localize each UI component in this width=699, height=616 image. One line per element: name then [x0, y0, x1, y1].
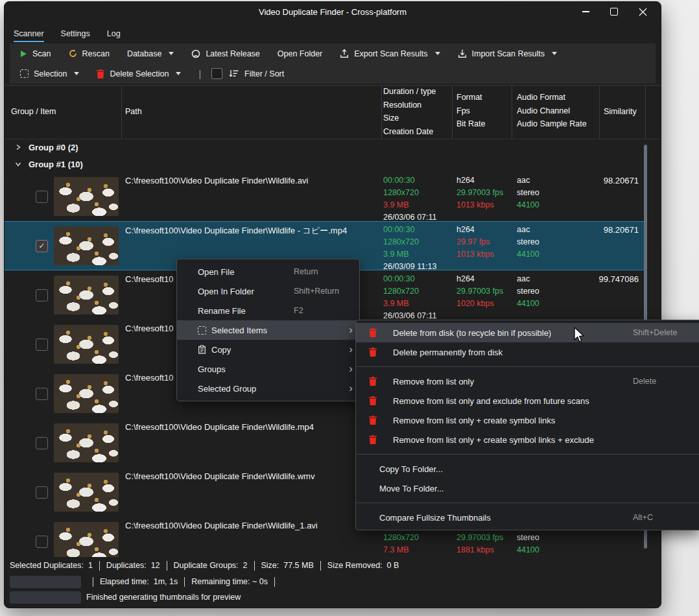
column-header-group-item[interactable]: Group / Item	[11, 107, 56, 121]
table-row[interactable]: C:\freesoft100\Video Duplicate Finder\Wi…	[5, 172, 661, 221]
row-checkbox[interactable]	[36, 486, 48, 499]
audio-info-line: stereo	[517, 188, 539, 200]
media-info-line: 00:00:30	[383, 274, 436, 287]
row-checkbox[interactable]	[36, 536, 48, 548]
menu-item-label: Delete from disk (to recycle bin if poss…	[393, 328, 551, 338]
row-checkbox[interactable]	[36, 191, 48, 203]
row-checkbox[interactable]	[36, 289, 48, 302]
column-header-media[interactable]: Duration / typeResolutionSizeCreation Da…	[383, 87, 436, 140]
audio-info-line: aac	[517, 176, 539, 188]
group-label: Group #1 (10)	[29, 160, 83, 169]
close-icon	[639, 8, 647, 16]
row-checkbox[interactable]	[36, 388, 48, 400]
column-header-path[interactable]: Path	[125, 107, 142, 121]
menu-item-delete-permanently-from-disk[interactable]: Delete permanently from disk	[356, 342, 699, 362]
video-info-cell: h26429.97 fps1013 kbps	[456, 225, 494, 262]
menu-item-open-in-folder[interactable]: Open In FolderShift+Return	[177, 281, 359, 301]
menubar-item-log[interactable]: Log	[107, 29, 121, 42]
column-header-audio[interactable]: Audio FormatAudio ChannelAudio Sample Ra…	[517, 93, 587, 133]
media-info-cell: 00:00:301280x7203.9 MB26/03/06 07:11	[383, 274, 436, 324]
menu-item-remove-from-list-only-create-symbol-links-exclude[interactable]: Remove from list only + create symbol li…	[356, 430, 699, 449]
menu-item-move-to-folder[interactable]: Move To Folder...	[356, 479, 699, 498]
mouse-cursor	[573, 326, 587, 346]
menu-item-rename-file[interactable]: Rename FileF2	[177, 301, 359, 320]
menu-item-selected-group[interactable]: Selected Group›	[177, 379, 359, 398]
trash-icon	[97, 69, 104, 78]
chevron-down-icon	[552, 52, 557, 55]
file-path: C:\freesoft100\Video Duplicate Finder\Wi…	[125, 422, 314, 432]
menubar-item-scanner[interactable]: Scanner	[14, 29, 44, 42]
menu-item-label: Move To Folder...	[379, 484, 444, 493]
column-header-line: Audio Channel	[517, 106, 587, 120]
menubar-item-settings[interactable]: Settings	[61, 29, 90, 42]
export-icon	[340, 49, 349, 58]
toolbar-button-label: Latest Release	[206, 49, 259, 58]
file-path: C:\freesoft10	[125, 274, 173, 284]
file-path: C:\freesoft10	[125, 324, 173, 333]
trash-icon	[369, 435, 377, 444]
maximize-button[interactable]	[600, 2, 628, 21]
menu-item-groups[interactable]: Groups›	[177, 359, 359, 379]
menu-item-label: Groups	[198, 364, 226, 374]
toolbar-button-latest-release[interactable]: Latest Release	[191, 49, 259, 58]
trash-icon	[369, 377, 377, 386]
toolbar-button-open-folder[interactable]: Open Folder	[278, 49, 322, 58]
toolbar-button-database[interactable]: Database	[127, 49, 174, 58]
toolbar-button-rescan[interactable]: Rescan	[69, 49, 110, 58]
menu-item-remove-from-list-only-and-exclude-from-future-scans[interactable]: Remove from list only and exclude from f…	[356, 391, 699, 410]
column-header-similarity[interactable]: Similarity	[604, 107, 637, 121]
group-label: Group #0 (2)	[29, 143, 78, 152]
video-thumbnail	[54, 226, 119, 265]
minimize-button[interactable]	[571, 2, 600, 21]
menu-item-remove-from-list-only[interactable]: Remove from list onlyDelete	[356, 372, 699, 391]
status-divider	[274, 577, 275, 587]
close-button[interactable]	[628, 2, 657, 21]
media-info-line: 1280x720	[383, 188, 436, 200]
toolbar-button-scan[interactable]: Scan	[20, 49, 51, 58]
file-path: C:\freesoft100\Video Duplicate Finder\Wi…	[125, 225, 347, 237]
toolbar-button-import-scan-results[interactable]: Import Scan Results	[458, 49, 558, 58]
group-row[interactable]: Group #0 (2)	[5, 138, 661, 156]
media-info-line: 1280x720	[383, 287, 436, 299]
column-divider	[381, 86, 382, 139]
row-checkbox[interactable]	[36, 338, 48, 351]
file-path: C:\freesoft100\Video Duplicate Finder\Wi…	[125, 176, 308, 185]
trash-icon	[369, 416, 377, 425]
toolbar-button-export-scan-results[interactable]: Export Scan Results	[340, 49, 440, 58]
maximize-icon	[610, 8, 618, 16]
menu-item-copy-to-folder[interactable]: Copy To Folder...	[356, 459, 699, 479]
toolbar-button-filter-sort[interactable]: Filter / Sort	[229, 69, 284, 78]
menu-separator	[356, 366, 699, 367]
column-header-line: Size	[383, 113, 436, 127]
column-header-line: Group / Item	[11, 107, 56, 121]
status-stat: Size: 77.5 MB	[261, 561, 314, 570]
row-checkbox[interactable]	[36, 437, 48, 449]
video-thumbnail	[54, 473, 119, 512]
status-divider	[167, 561, 167, 571]
menu-item-remove-from-list-only-create-symbol-links[interactable]: Remove from list only + create symbol li…	[356, 410, 699, 430]
group-row[interactable]: Group #1 (10)	[5, 156, 661, 172]
menu-item-copy[interactable]: Copy›	[177, 340, 359, 359]
status-message-row: Finished generating thumbnails for previ…	[10, 590, 241, 604]
filter-sort-checkbox[interactable]	[211, 68, 222, 79]
menu-item-label: Remove from list only and exclude from f…	[393, 396, 589, 406]
menu-item-label: Rename File	[198, 306, 246, 316]
status-divider	[93, 577, 93, 587]
menu-item-label: Remove from list only + create symbol li…	[393, 435, 594, 445]
submenu-arrow-icon: ›	[349, 383, 353, 394]
menu-item-selected-items[interactable]: Selected Items›	[177, 320, 359, 340]
status-stat: Duplicates: 12	[106, 561, 160, 570]
toolbar-button-label: Delete Selection	[110, 69, 169, 78]
menu-item-open-file[interactable]: Open FileReturn	[177, 262, 359, 281]
toolbar-button-delete-selection[interactable]: Delete Selection	[97, 69, 181, 78]
file-path: C:\freesoft10	[125, 373, 173, 383]
media-info-line: 3.9 MB	[383, 250, 436, 262]
menu-item-compare-fullsize-thumbnails[interactable]: Compare Fullsize ThumbnailsAlt+C	[356, 508, 699, 527]
toolbar-button-selection[interactable]: Selection	[20, 69, 79, 78]
row-checkbox[interactable]: ✓	[36, 240, 48, 252]
column-header-video[interactable]: FormatFpsBit Rate	[456, 93, 485, 133]
menu-item-delete-from-disk-to-recycle-bin-if-possible[interactable]: Delete from disk (to recycle bin if poss…	[356, 323, 699, 342]
video-info-line: 29.97003 fps	[456, 188, 503, 200]
status-time: Elapsed time: 1m, 1s	[100, 577, 178, 586]
status-divider	[99, 561, 100, 571]
